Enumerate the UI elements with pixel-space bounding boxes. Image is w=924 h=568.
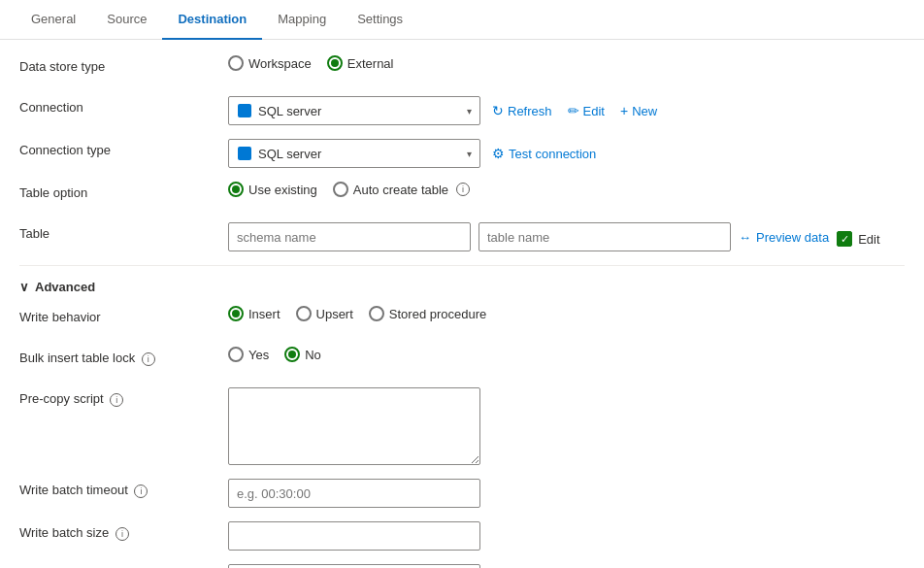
test-connection-button[interactable]: ⚙ Test connection bbox=[488, 144, 600, 163]
advanced-chevron-icon: ∨ bbox=[19, 280, 29, 294]
max-concurrent-label: Max concurrent connections i bbox=[19, 564, 228, 568]
data-store-type-control: Workspace External bbox=[228, 55, 905, 71]
insert-label: Insert bbox=[248, 307, 280, 321]
table-option-label: Table option bbox=[19, 182, 228, 200]
bulk-insert-row: Bulk insert table lock i Yes No bbox=[19, 347, 905, 374]
pre-copy-textarea[interactable] bbox=[228, 387, 480, 465]
table-option-control: Use existing Auto create table i bbox=[228, 182, 905, 197]
write-batch-size-label: Write batch size i bbox=[19, 521, 228, 541]
test-connection-label: Test connection bbox=[509, 147, 596, 161]
schema-name-input[interactable] bbox=[228, 222, 471, 251]
preview-data-button[interactable]: ↔ Preview data bbox=[739, 230, 829, 245]
workspace-radio-outer bbox=[228, 55, 244, 71]
upsert-radio[interactable]: Upsert bbox=[296, 306, 353, 321]
table-label: Table bbox=[19, 222, 228, 241]
connection-row: Connection SQL server ▾ ↻ Refresh ✏ Edit… bbox=[19, 96, 905, 125]
no-radio[interactable]: No bbox=[284, 347, 321, 362]
connection-chevron-icon: ▾ bbox=[467, 106, 472, 117]
yes-label: Yes bbox=[248, 348, 269, 362]
connection-type-row: Connection type SQL server ▾ ⚙ Test conn… bbox=[19, 139, 905, 168]
use-existing-label: Use existing bbox=[248, 183, 317, 197]
refresh-icon: ↻ bbox=[492, 103, 504, 118]
connection-type-label: Connection type bbox=[19, 139, 228, 157]
use-existing-radio-inner bbox=[232, 185, 240, 193]
bulk-insert-radio-group: Yes No bbox=[228, 347, 321, 362]
tab-settings[interactable]: Settings bbox=[342, 0, 418, 40]
connection-label: Connection bbox=[19, 96, 228, 115]
check-icon: ✓ bbox=[841, 233, 849, 246]
max-concurrent-control bbox=[228, 564, 905, 568]
new-button[interactable]: + New bbox=[616, 101, 661, 120]
external-radio[interactable]: External bbox=[327, 55, 394, 71]
insert-radio-outer bbox=[228, 306, 244, 321]
write-batch-size-input[interactable] bbox=[228, 521, 480, 551]
tab-general[interactable]: General bbox=[16, 0, 91, 40]
write-behavior-control: Insert Upsert Stored procedure bbox=[228, 306, 905, 321]
table-control: ↔ Preview data ✓ Edit bbox=[228, 222, 905, 251]
data-store-type-row: Data store type Workspace External bbox=[19, 55, 905, 83]
pre-copy-row: Pre-copy script i bbox=[19, 387, 905, 465]
tab-bar: General Source Destination Mapping Setti… bbox=[0, 0, 924, 40]
edit-checkbox[interactable]: ✓ Edit bbox=[837, 231, 879, 247]
connection-dropdown[interactable]: SQL server ▾ bbox=[228, 96, 480, 125]
tab-mapping[interactable]: Mapping bbox=[262, 0, 342, 40]
write-batch-timeout-control bbox=[228, 479, 905, 508]
bulk-insert-info-icon[interactable]: i bbox=[142, 352, 155, 366]
write-batch-timeout-label: Write batch timeout i bbox=[19, 479, 228, 498]
stored-procedure-radio-outer bbox=[369, 306, 384, 321]
auto-create-label: Auto create table bbox=[353, 183, 448, 197]
connection-value: SQL server bbox=[258, 104, 467, 118]
upsert-radio-outer bbox=[296, 306, 312, 321]
advanced-section: ∨ Advanced Write behavior Insert Upsert bbox=[19, 280, 905, 568]
write-batch-size-info-icon[interactable]: i bbox=[116, 527, 129, 541]
write-batch-size-row: Write batch size i bbox=[19, 521, 905, 551]
tab-source[interactable]: Source bbox=[91, 0, 162, 40]
edit-button[interactable]: ✏ Edit bbox=[564, 101, 609, 120]
new-label: New bbox=[632, 104, 657, 118]
refresh-button[interactable]: ↻ Refresh bbox=[488, 101, 556, 120]
edit-label: Edit bbox=[583, 104, 605, 118]
write-batch-timeout-info-icon[interactable]: i bbox=[134, 484, 148, 498]
no-radio-outer bbox=[284, 347, 300, 362]
auto-create-info-icon[interactable]: i bbox=[456, 183, 470, 196]
workspace-radio-label: Workspace bbox=[248, 56, 312, 71]
write-batch-size-control bbox=[228, 521, 905, 551]
external-radio-inner bbox=[331, 59, 339, 67]
insert-radio[interactable]: Insert bbox=[228, 306, 280, 321]
stored-procedure-label: Stored procedure bbox=[389, 307, 486, 321]
connection-type-value: SQL server bbox=[258, 147, 467, 161]
preview-data-label: Preview data bbox=[756, 230, 829, 245]
use-existing-radio[interactable]: Use existing bbox=[228, 182, 317, 197]
advanced-toggle[interactable]: ∨ Advanced bbox=[19, 280, 905, 294]
auto-create-radio-outer bbox=[333, 182, 348, 197]
table-option-row: Table option Use existing Auto create ta… bbox=[19, 182, 905, 209]
yes-radio[interactable]: Yes bbox=[228, 347, 269, 362]
edit-checkbox-box: ✓ bbox=[837, 231, 852, 247]
write-behavior-row: Write behavior Insert Upsert bbox=[19, 306, 905, 333]
divider bbox=[19, 265, 905, 266]
edit-checkbox-label: Edit bbox=[858, 232, 879, 247]
table-inputs: ↔ Preview data bbox=[228, 222, 829, 251]
table-name-input[interactable] bbox=[478, 222, 731, 251]
data-store-radio-group: Workspace External bbox=[228, 55, 394, 71]
max-concurrent-input[interactable] bbox=[228, 564, 480, 568]
stored-procedure-radio[interactable]: Stored procedure bbox=[369, 306, 486, 321]
connection-type-control: SQL server ▾ ⚙ Test connection bbox=[228, 139, 905, 168]
tab-destination[interactable]: Destination bbox=[162, 0, 262, 40]
bulk-insert-label: Bulk insert table lock i bbox=[19, 347, 228, 366]
write-batch-timeout-input[interactable] bbox=[228, 479, 480, 508]
auto-create-radio[interactable]: Auto create table i bbox=[333, 182, 470, 197]
connection-type-sql-icon bbox=[237, 146, 252, 161]
test-connection-icon: ⚙ bbox=[492, 146, 505, 161]
form-content: Data store type Workspace External Conne… bbox=[0, 40, 924, 568]
table-row: Table ↔ Preview data ✓ Edit bbox=[19, 222, 905, 251]
workspace-radio[interactable]: Workspace bbox=[228, 55, 312, 71]
yes-radio-outer bbox=[228, 347, 244, 362]
advanced-label: Advanced bbox=[35, 280, 95, 294]
connection-type-dropdown[interactable]: SQL server ▾ bbox=[228, 139, 480, 168]
refresh-label: Refresh bbox=[508, 104, 552, 118]
pre-copy-info-icon[interactable]: i bbox=[110, 393, 123, 407]
new-plus-icon: + bbox=[620, 103, 628, 118]
connection-control: SQL server ▾ ↻ Refresh ✏ Edit + New bbox=[228, 96, 905, 125]
preview-icon: ↔ bbox=[739, 230, 751, 245]
